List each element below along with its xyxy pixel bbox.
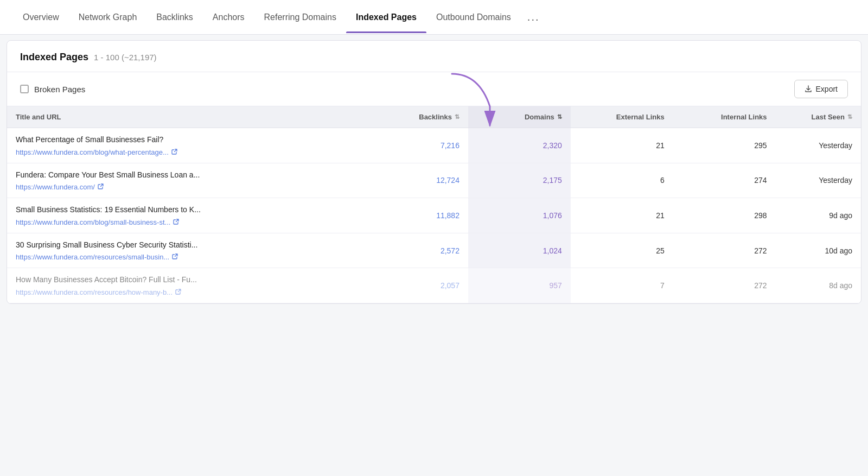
broken-pages-filter[interactable]: Broken Pages xyxy=(20,85,85,94)
external-links-value-1: 6 xyxy=(579,176,665,185)
external-link-icon-3 xyxy=(172,253,178,261)
nav-item-overview[interactable]: Overview xyxy=(13,2,69,33)
cell-domains-4: 957 xyxy=(468,268,571,303)
row-title-1: Fundera: Compare Your Best Small Busines… xyxy=(16,170,357,181)
cell-external-links-1: 6 xyxy=(571,163,673,198)
row-title-4: How Many Businesses Accept Bitcoin? Full… xyxy=(16,275,357,285)
last-seen-value-1: Yesterday xyxy=(784,176,852,185)
broken-pages-checkbox[interactable] xyxy=(20,85,29,93)
external-links-value-4: 7 xyxy=(579,281,665,290)
cell-domains-0: 2,320 xyxy=(468,128,571,163)
row-url-0[interactable]: https://www.fundera.com/blog/what-percen… xyxy=(16,148,177,156)
cell-last-seen-0: Yesterday xyxy=(776,128,861,163)
table-header: Title and URL Backlinks ⇅ Domains ⇅ xyxy=(7,106,861,128)
cell-title-url-4: How Many Businesses Accept Bitcoin? Full… xyxy=(7,268,366,303)
external-links-value-2: 21 xyxy=(579,211,665,220)
domains-value-2: 1,076 xyxy=(477,211,562,220)
cell-last-seen-3: 10d ago xyxy=(776,233,861,268)
cell-internal-links-4: 272 xyxy=(673,268,776,303)
row-url-1[interactable]: https://www.fundera.com/ xyxy=(16,183,104,191)
table-row: What Percentage of Small Businesses Fail… xyxy=(7,128,861,163)
page-range: 1 - 100 (~21,197) xyxy=(94,53,157,62)
last-seen-value-4: 8d ago xyxy=(784,281,852,290)
cell-title-url-3: 30 Surprising Small Business Cyber Secur… xyxy=(7,233,366,268)
cell-internal-links-1: 274 xyxy=(673,163,776,198)
cell-title-url-2: Small Business Statistics: 19 Essential … xyxy=(7,198,366,233)
cell-backlinks-3: 2,572 xyxy=(366,233,468,268)
col-header-backlinks[interactable]: Backlinks ⇅ xyxy=(366,106,468,128)
table-row: How Many Businesses Accept Bitcoin? Full… xyxy=(7,268,861,303)
cell-last-seen-1: Yesterday xyxy=(776,163,861,198)
backlinks-value-4: 2,057 xyxy=(374,281,459,290)
external-links-value-0: 21 xyxy=(579,141,665,150)
nav-item-anchors[interactable]: Anchors xyxy=(203,2,254,33)
nav-item-backlinks[interactable]: Backlinks xyxy=(146,2,203,33)
internal-links-value-4: 272 xyxy=(682,281,767,290)
main-content-panel: Indexed Pages 1 - 100 (~21,197) Broken P… xyxy=(7,40,861,304)
cell-backlinks-1: 12,724 xyxy=(366,163,468,198)
nav-item-indexed-pages[interactable]: Indexed Pages xyxy=(346,2,426,33)
table-header-row: Title and URL Backlinks ⇅ Domains ⇅ xyxy=(7,106,861,128)
domains-value-4: 957 xyxy=(477,281,562,290)
domains-value-1: 2,175 xyxy=(477,176,562,185)
row-url-4[interactable]: https://www.fundera.com/resources/how-ma… xyxy=(16,288,181,296)
internal-links-value-0: 295 xyxy=(682,141,767,150)
col-header-last-seen[interactable]: Last Seen ⇅ xyxy=(776,106,861,128)
cell-external-links-3: 25 xyxy=(571,233,673,268)
backlinks-sort-icon: ⇅ xyxy=(455,113,459,120)
col-header-internal-links: Internal Links xyxy=(673,106,776,128)
col-header-title-url: Title and URL xyxy=(7,106,366,128)
internal-links-value-2: 298 xyxy=(682,211,767,220)
nav-item-network-graph[interactable]: Network Graph xyxy=(69,2,147,33)
external-link-icon-4 xyxy=(175,289,181,296)
table-row: Fundera: Compare Your Best Small Busines… xyxy=(7,163,861,198)
cell-external-links-4: 7 xyxy=(571,268,673,303)
external-link-icon-0 xyxy=(171,149,177,156)
row-title-2: Small Business Statistics: 19 Essential … xyxy=(16,205,357,215)
page-header: Indexed Pages 1 - 100 (~21,197) xyxy=(7,41,861,72)
nav-item-referring-domains[interactable]: Referring Domains xyxy=(254,2,346,33)
last-seen-sort-icon: ⇅ xyxy=(847,113,852,120)
cell-internal-links-3: 272 xyxy=(673,233,776,268)
cell-backlinks-0: 7,216 xyxy=(366,128,468,163)
last-seen-value-0: Yesterday xyxy=(784,141,852,150)
col-header-external-links: External Links xyxy=(571,106,673,128)
cell-title-url-0: What Percentage of Small Businesses Fail… xyxy=(7,128,366,163)
internal-links-value-1: 274 xyxy=(682,176,767,185)
cell-title-url-1: Fundera: Compare Your Best Small Busines… xyxy=(7,163,366,198)
row-title-3: 30 Surprising Small Business Cyber Secur… xyxy=(16,240,357,251)
broken-pages-label: Broken Pages xyxy=(34,85,85,94)
export-icon xyxy=(805,85,812,93)
col-header-domains[interactable]: Domains ⇅ xyxy=(468,106,571,128)
external-link-icon-1 xyxy=(98,183,104,191)
page-title: Indexed Pages xyxy=(20,52,88,63)
row-url-2[interactable]: https://www.fundera.com/blog/small-busin… xyxy=(16,218,179,226)
cell-domains-3: 1,024 xyxy=(468,233,571,268)
row-title-0: What Percentage of Small Businesses Fail… xyxy=(16,135,357,145)
last-seen-value-2: 9d ago xyxy=(784,211,852,220)
backlinks-value-3: 2,572 xyxy=(374,246,459,255)
backlinks-value-1: 12,724 xyxy=(374,176,459,185)
cell-internal-links-2: 298 xyxy=(673,198,776,233)
domains-value-3: 1,024 xyxy=(477,246,562,255)
last-seen-value-3: 10d ago xyxy=(784,246,852,255)
cell-domains-2: 1,076 xyxy=(468,198,571,233)
row-url-3[interactable]: https://www.fundera.com/resources/small-… xyxy=(16,253,178,261)
navigation-bar: Overview Network Graph Backlinks Anchors… xyxy=(0,0,868,35)
export-label: Export xyxy=(816,85,838,93)
export-button[interactable]: Export xyxy=(794,80,848,98)
cell-internal-links-0: 295 xyxy=(673,128,776,163)
table-body: What Percentage of Small Businesses Fail… xyxy=(7,128,861,303)
domains-value-0: 2,320 xyxy=(477,141,562,150)
cell-last-seen-4: 8d ago xyxy=(776,268,861,303)
external-links-value-3: 25 xyxy=(579,246,665,255)
table-row: 30 Surprising Small Business Cyber Secur… xyxy=(7,233,861,268)
external-link-icon-2 xyxy=(173,219,179,226)
domains-sort-icon: ⇅ xyxy=(557,113,562,120)
cell-last-seen-2: 9d ago xyxy=(776,198,861,233)
cell-external-links-2: 21 xyxy=(571,198,673,233)
backlinks-value-0: 7,216 xyxy=(374,141,459,150)
nav-more-button[interactable]: ... xyxy=(521,0,546,34)
table-row: Small Business Statistics: 19 Essential … xyxy=(7,198,861,233)
nav-item-outbound-domains[interactable]: Outbound Domains xyxy=(426,2,521,33)
